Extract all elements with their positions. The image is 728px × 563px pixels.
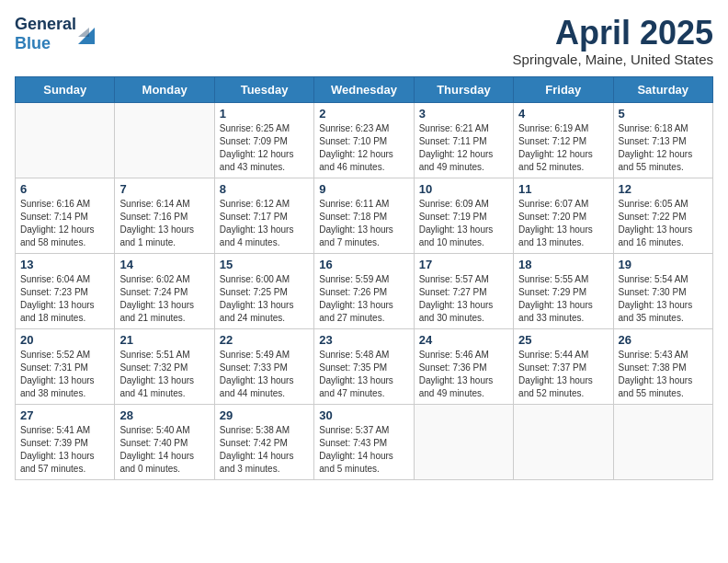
logo-text: General Blue (15, 15, 76, 53)
calendar-cell: 14Sunrise: 6:02 AM Sunset: 7:24 PM Dayli… (115, 253, 214, 328)
calendar-cell: 3Sunrise: 6:21 AM Sunset: 7:11 PM Daylig… (414, 102, 513, 178)
day-number: 8 (220, 182, 309, 196)
day-info: Sunrise: 5:52 AM Sunset: 7:31 PM Dayligh… (20, 349, 109, 400)
calendar-week-row: 6Sunrise: 6:16 AM Sunset: 7:14 PM Daylig… (16, 178, 713, 253)
calendar-cell: 29Sunrise: 5:38 AM Sunset: 7:42 PM Dayli… (214, 404, 313, 479)
day-number: 17 (419, 258, 508, 271)
day-header-sunday: Sunday (16, 76, 115, 102)
day-info: Sunrise: 5:54 AM Sunset: 7:30 PM Dayligh… (619, 273, 708, 325)
day-info: Sunrise: 5:40 AM Sunset: 7:40 PM Dayligh… (119, 424, 209, 476)
day-number: 26 (619, 333, 708, 347)
day-info: Sunrise: 6:16 AM Sunset: 7:14 PM Dayligh… (20, 198, 109, 249)
day-number: 28 (119, 408, 209, 422)
day-info: Sunrise: 5:41 AM Sunset: 7:39 PM Dayligh… (20, 424, 109, 476)
calendar-cell: 21Sunrise: 5:51 AM Sunset: 7:32 PM Dayli… (115, 328, 214, 404)
title-block: April 2025 Springvale, Maine, United Sta… (513, 15, 713, 67)
day-info: Sunrise: 6:23 AM Sunset: 7:10 PM Dayligh… (319, 122, 408, 174)
day-info: Sunrise: 5:46 AM Sunset: 7:36 PM Dayligh… (419, 349, 508, 400)
day-info: Sunrise: 6:12 AM Sunset: 7:17 PM Dayligh… (220, 198, 309, 249)
calendar-cell: 17Sunrise: 5:57 AM Sunset: 7:27 PM Dayli… (414, 253, 513, 328)
calendar-cell (613, 404, 712, 479)
day-number: 16 (319, 258, 408, 271)
calendar-cell: 30Sunrise: 5:37 AM Sunset: 7:43 PM Dayli… (314, 404, 414, 479)
calendar-cell: 19Sunrise: 5:54 AM Sunset: 7:30 PM Dayli… (613, 253, 712, 328)
day-info: Sunrise: 6:21 AM Sunset: 7:11 PM Dayligh… (419, 122, 508, 174)
day-header-saturday: Saturday (613, 76, 712, 102)
day-number: 30 (319, 408, 408, 422)
day-info: Sunrise: 6:00 AM Sunset: 7:25 PM Dayligh… (220, 273, 309, 325)
calendar-cell: 22Sunrise: 5:49 AM Sunset: 7:33 PM Dayli… (214, 328, 313, 404)
day-number: 29 (220, 408, 309, 422)
day-info: Sunrise: 6:14 AM Sunset: 7:16 PM Dayligh… (119, 198, 209, 249)
calendar-cell: 2Sunrise: 6:23 AM Sunset: 7:10 PM Daylig… (314, 102, 414, 178)
calendar-cell: 10Sunrise: 6:09 AM Sunset: 7:19 PM Dayli… (414, 178, 513, 253)
day-number: 15 (220, 258, 309, 271)
calendar-cell (414, 404, 513, 479)
day-number: 9 (319, 182, 408, 196)
day-number: 12 (619, 182, 708, 196)
logo-blue: Blue (15, 34, 51, 52)
day-info: Sunrise: 5:37 AM Sunset: 7:43 PM Dayligh… (319, 424, 408, 476)
day-info: Sunrise: 5:48 AM Sunset: 7:35 PM Dayligh… (319, 349, 408, 400)
day-number: 3 (419, 107, 508, 121)
day-number: 7 (119, 182, 209, 196)
day-info: Sunrise: 6:07 AM Sunset: 7:20 PM Dayligh… (518, 198, 608, 249)
calendar-cell: 1Sunrise: 6:25 AM Sunset: 7:09 PM Daylig… (214, 102, 313, 178)
day-number: 24 (419, 333, 508, 347)
calendar-cell: 8Sunrise: 6:12 AM Sunset: 7:17 PM Daylig… (214, 178, 313, 253)
day-info: Sunrise: 5:59 AM Sunset: 7:26 PM Dayligh… (319, 273, 408, 325)
calendar-cell: 15Sunrise: 6:00 AM Sunset: 7:25 PM Dayli… (214, 253, 313, 328)
day-header-wednesday: Wednesday (314, 76, 414, 102)
calendar-cell: 27Sunrise: 5:41 AM Sunset: 7:39 PM Dayli… (16, 404, 115, 479)
day-number: 23 (319, 333, 408, 347)
calendar-cell: 25Sunrise: 5:44 AM Sunset: 7:37 PM Dayli… (514, 328, 613, 404)
calendar-cell: 28Sunrise: 5:40 AM Sunset: 7:40 PM Dayli… (115, 404, 214, 479)
calendar-cell: 20Sunrise: 5:52 AM Sunset: 7:31 PM Dayli… (16, 328, 115, 404)
location-title: Springvale, Maine, United States (513, 52, 713, 67)
calendar-week-row: 20Sunrise: 5:52 AM Sunset: 7:31 PM Dayli… (16, 328, 713, 404)
day-number: 11 (518, 182, 608, 196)
calendar-cell: 23Sunrise: 5:48 AM Sunset: 7:35 PM Dayli… (314, 328, 414, 404)
day-number: 13 (20, 258, 109, 271)
day-number: 4 (518, 107, 608, 121)
day-info: Sunrise: 6:04 AM Sunset: 7:23 PM Dayligh… (20, 273, 109, 325)
day-info: Sunrise: 5:57 AM Sunset: 7:27 PM Dayligh… (419, 273, 508, 325)
calendar-cell: 24Sunrise: 5:46 AM Sunset: 7:36 PM Dayli… (414, 328, 513, 404)
day-info: Sunrise: 5:43 AM Sunset: 7:38 PM Dayligh… (619, 349, 708, 400)
day-number: 22 (220, 333, 309, 347)
calendar-cell: 26Sunrise: 5:43 AM Sunset: 7:38 PM Dayli… (613, 328, 712, 404)
day-header-friday: Friday (514, 76, 613, 102)
calendar-week-row: 13Sunrise: 6:04 AM Sunset: 7:23 PM Dayli… (16, 253, 713, 328)
day-info: Sunrise: 6:25 AM Sunset: 7:09 PM Dayligh… (220, 122, 309, 174)
calendar-cell: 12Sunrise: 6:05 AM Sunset: 7:22 PM Dayli… (613, 178, 712, 253)
day-info: Sunrise: 6:09 AM Sunset: 7:19 PM Dayligh… (419, 198, 508, 249)
calendar-cell: 9Sunrise: 6:11 AM Sunset: 7:18 PM Daylig… (314, 178, 414, 253)
day-number: 10 (419, 182, 508, 196)
day-info: Sunrise: 6:19 AM Sunset: 7:12 PM Dayligh… (518, 122, 608, 174)
day-number: 20 (20, 333, 109, 347)
day-number: 2 (319, 107, 408, 121)
day-number: 14 (119, 258, 209, 271)
day-info: Sunrise: 5:51 AM Sunset: 7:32 PM Dayligh… (119, 349, 209, 400)
logo: General Blue (15, 15, 95, 53)
page-header: General Blue April 2025 Springvale, Main… (15, 15, 713, 67)
calendar-header-row: SundayMondayTuesdayWednesdayThursdayFrid… (16, 76, 713, 102)
day-info: Sunrise: 5:49 AM Sunset: 7:33 PM Dayligh… (220, 349, 309, 400)
day-number: 19 (619, 258, 708, 271)
day-header-monday: Monday (115, 76, 214, 102)
calendar-cell: 13Sunrise: 6:04 AM Sunset: 7:23 PM Dayli… (16, 253, 115, 328)
calendar-cell: 4Sunrise: 6:19 AM Sunset: 7:12 PM Daylig… (514, 102, 613, 178)
calendar-cell: 7Sunrise: 6:14 AM Sunset: 7:16 PM Daylig… (115, 178, 214, 253)
month-title: April 2025 (513, 15, 713, 52)
day-number: 18 (518, 258, 608, 271)
svg-marker-1 (78, 28, 89, 37)
day-number: 6 (20, 182, 109, 196)
calendar-table: SundayMondayTuesdayWednesdayThursdayFrid… (15, 76, 713, 480)
calendar-cell: 16Sunrise: 5:59 AM Sunset: 7:26 PM Dayli… (314, 253, 414, 328)
calendar-week-row: 27Sunrise: 5:41 AM Sunset: 7:39 PM Dayli… (16, 404, 713, 479)
calendar-cell: 6Sunrise: 6:16 AM Sunset: 7:14 PM Daylig… (16, 178, 115, 253)
calendar-cell: 18Sunrise: 5:55 AM Sunset: 7:29 PM Dayli… (514, 253, 613, 328)
day-info: Sunrise: 6:11 AM Sunset: 7:18 PM Dayligh… (319, 198, 408, 249)
day-number: 21 (119, 333, 209, 347)
day-info: Sunrise: 5:38 AM Sunset: 7:42 PM Dayligh… (220, 424, 309, 476)
